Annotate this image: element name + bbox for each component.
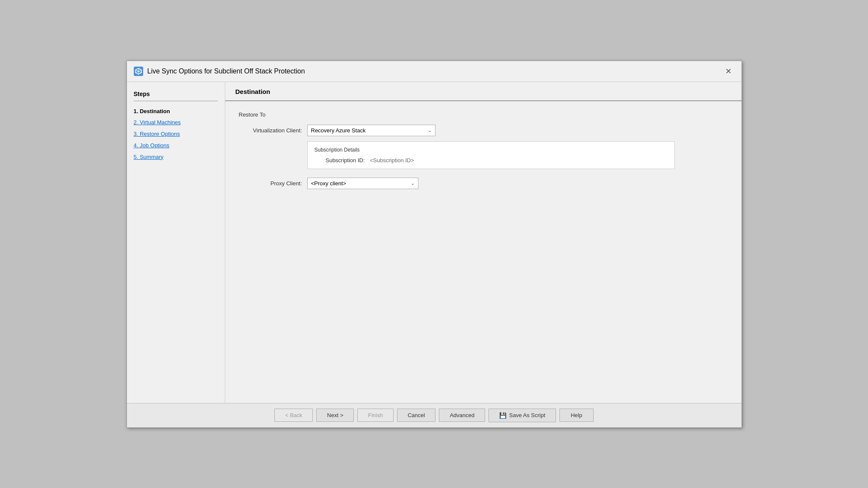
sidebar-item-summary[interactable]: 5. Summary bbox=[134, 153, 218, 162]
restore-to-label: Restore To bbox=[239, 111, 728, 118]
content-panel: Destination Restore To Virtualization Cl… bbox=[225, 82, 741, 403]
subscription-id-label: Subscription ID: bbox=[315, 157, 370, 164]
save-as-script-label: Save As Script bbox=[509, 412, 545, 418]
title-bar-left: Live Sync Options for Subclient Off Stac… bbox=[134, 67, 305, 76]
footer: < Back Next > Finish Cancel Advanced 💾 S… bbox=[127, 403, 741, 427]
proxy-client-row: Proxy Client: <Proxy client> ⌄ bbox=[239, 178, 728, 189]
content-header: Destination bbox=[225, 82, 741, 101]
app-icon bbox=[134, 67, 143, 76]
help-button[interactable]: Help bbox=[559, 409, 594, 422]
advanced-button[interactable]: Advanced bbox=[439, 409, 485, 422]
subscription-id-row: Subscription ID: <Subscription ID> bbox=[315, 157, 668, 164]
sidebar-title: Steps bbox=[134, 91, 218, 101]
content-body: Restore To Virtualization Client: Recove… bbox=[225, 101, 741, 403]
proxy-client-value: <Proxy client> bbox=[311, 180, 346, 187]
sidebar-item-virtual-machines[interactable]: 2. Virtual Machines bbox=[134, 118, 218, 127]
virtualization-client-chevron-icon: ⌄ bbox=[428, 128, 432, 133]
content-title: Destination bbox=[235, 88, 271, 95]
subscription-details-box: Subscription Details Subscription ID: <S… bbox=[307, 141, 675, 169]
window-title: Live Sync Options for Subclient Off Stac… bbox=[147, 67, 305, 75]
subscription-id-value: <Subscription ID> bbox=[370, 157, 414, 164]
finish-button[interactable]: Finish bbox=[357, 409, 394, 422]
virtualization-client-dropdown[interactable]: Recovery Azure Stack ⌄ bbox=[307, 125, 435, 136]
virtualization-client-row: Virtualization Client: Recovery Azure St… bbox=[239, 125, 728, 136]
subscription-details-title: Subscription Details bbox=[315, 147, 668, 153]
proxy-client-chevron-icon: ⌄ bbox=[411, 181, 415, 186]
cancel-button[interactable]: Cancel bbox=[397, 409, 435, 422]
sidebar-item-job-options[interactable]: 4. Job Options bbox=[134, 141, 218, 150]
virtualization-client-value: Recovery Azure Stack bbox=[311, 127, 366, 134]
main-window: Live Sync Options for Subclient Off Stac… bbox=[127, 61, 742, 428]
next-button[interactable]: Next > bbox=[316, 409, 354, 422]
sidebar: Steps 1. Destination 2. Virtual Machines… bbox=[127, 82, 225, 403]
close-button[interactable]: ✕ bbox=[723, 65, 735, 77]
virtualization-client-label: Virtualization Client: bbox=[239, 127, 307, 134]
sidebar-item-destination[interactable]: 1. Destination bbox=[134, 107, 218, 116]
title-bar: Live Sync Options for Subclient Off Stac… bbox=[127, 61, 741, 82]
sidebar-item-restore-options[interactable]: 3. Restore Options bbox=[134, 130, 218, 139]
back-button[interactable]: < Back bbox=[274, 409, 313, 422]
proxy-client-dropdown[interactable]: <Proxy client> ⌄ bbox=[307, 178, 418, 189]
save-script-icon: 💾 bbox=[499, 412, 506, 419]
proxy-client-label: Proxy Client: bbox=[239, 180, 307, 187]
main-content: Steps 1. Destination 2. Virtual Machines… bbox=[127, 82, 741, 403]
save-as-script-button[interactable]: 💾 Save As Script bbox=[488, 409, 556, 422]
